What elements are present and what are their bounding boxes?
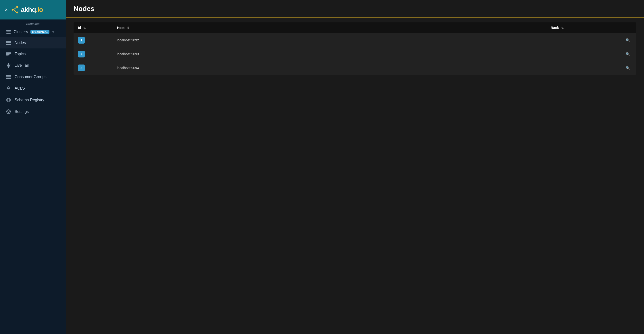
schema-registry-icon: [6, 98, 11, 102]
row-search-button[interactable]: 🔍: [624, 37, 632, 43]
sidebar-item-settings-label: Settings: [14, 110, 29, 114]
table-container: Id ⇅ Host ⇅ Rack ⇅ 1localhost:9092🔍: [66, 17, 644, 80]
col-header-rack[interactable]: Rack ⇅: [546, 22, 620, 33]
settings-icon: [6, 109, 11, 114]
logo: akhq.io: [11, 5, 43, 14]
close-button[interactable]: ×: [5, 7, 8, 12]
clusters-row[interactable]: Clusters my-cluster... ▾: [0, 26, 66, 37]
svg-rect-6: [6, 32, 11, 32]
svg-point-22: [8, 111, 9, 112]
consumer-groups-icon: [6, 75, 11, 79]
table-header: Id ⇅ Host ⇅ Rack ⇅: [74, 22, 636, 33]
node-id-badge: 3: [78, 64, 85, 71]
page-title: Nodes: [74, 5, 636, 17]
svg-rect-12: [6, 53, 11, 54]
svg-point-2: [16, 12, 18, 14]
topics-icon: [6, 52, 11, 56]
cell-action: 🔍: [620, 47, 636, 61]
acls-icon: [6, 86, 11, 91]
sidebar-item-consumer-groups[interactable]: Consumer Groups: [0, 71, 66, 82]
col-header-id[interactable]: Id ⇅: [74, 22, 112, 33]
cell-id: 2: [74, 47, 112, 61]
row-search-button[interactable]: 🔍: [624, 51, 632, 57]
sidebar-item-livetail-label: Live Tail: [14, 63, 29, 68]
cell-id: 1: [74, 33, 112, 47]
svg-rect-11: [6, 52, 11, 52]
cell-host: localhost:9093: [112, 47, 546, 61]
table-body: 1localhost:9092🔍2localhost:9093🔍3localho…: [74, 33, 636, 75]
sidebar: × akhq.io Snapshot Clusters my-cl: [0, 0, 66, 334]
livetail-icon: [6, 63, 11, 68]
sort-arrows-host: ⇅: [127, 26, 129, 30]
svg-rect-14: [6, 55, 8, 56]
svg-point-19: [8, 88, 9, 89]
cell-host: localhost:9094: [112, 61, 546, 75]
sidebar-item-topics[interactable]: Topics: [0, 48, 66, 60]
row-search-button[interactable]: 🔍: [624, 65, 632, 71]
svg-rect-9: [6, 42, 11, 43]
svg-rect-17: [6, 78, 11, 79]
sidebar-item-acls-label: ACLS: [14, 86, 25, 91]
svg-point-0: [12, 9, 14, 11]
cell-rack: [546, 47, 620, 61]
cell-action: 🔍: [620, 61, 636, 75]
svg-rect-13: [6, 54, 10, 55]
sidebar-header: × akhq.io: [0, 0, 66, 19]
svg-rect-16: [6, 76, 11, 77]
cell-host: localhost:9092: [112, 33, 546, 47]
cell-id: 3: [74, 61, 112, 75]
col-header-actions: [620, 22, 636, 33]
svg-line-3: [14, 7, 16, 10]
sidebar-item-schema-registry-label: Schema Registry: [14, 98, 44, 102]
nodes-icon: [6, 41, 11, 45]
logo-icon: [11, 5, 20, 14]
svg-line-4: [14, 10, 16, 12]
sort-arrows-id: ⇅: [83, 26, 86, 30]
chevron-down-icon: ▾: [52, 30, 54, 34]
svg-point-1: [16, 6, 18, 8]
svg-rect-8: [6, 41, 11, 42]
main-content: Nodes Id ⇅ Host ⇅ Rack ⇅: [66, 0, 644, 334]
sidebar-item-schema-registry[interactable]: Schema Registry: [0, 94, 66, 106]
sidebar-item-nodes-label: Nodes: [14, 41, 26, 45]
sidebar-item-livetail[interactable]: Live Tail: [0, 60, 66, 71]
svg-rect-5: [6, 30, 11, 31]
svg-rect-15: [6, 75, 11, 76]
node-id-badge: 1: [78, 37, 85, 43]
sidebar-item-acls[interactable]: ACLS: [0, 82, 66, 94]
col-header-host[interactable]: Host ⇅: [112, 22, 546, 33]
svg-rect-7: [6, 33, 11, 33]
clusters-icon: [6, 29, 11, 34]
cluster-badge: my-cluster...: [30, 30, 50, 34]
snapshot-label: Snapshot: [0, 19, 66, 26]
cell-rack: [546, 33, 620, 47]
cell-rack: [546, 61, 620, 75]
nodes-table: Id ⇅ Host ⇅ Rack ⇅ 1localhost:9092🔍: [74, 22, 636, 75]
sort-arrows-rack: ⇅: [561, 26, 564, 30]
table-row: 2localhost:9093🔍: [74, 47, 636, 61]
clusters-label: Clusters: [14, 30, 28, 34]
sidebar-item-consumer-groups-label: Consumer Groups: [14, 75, 46, 79]
node-id-badge: 2: [78, 51, 85, 57]
table-row: 1localhost:9092🔍: [74, 33, 636, 47]
svg-rect-10: [6, 44, 11, 45]
sidebar-item-nodes[interactable]: Nodes: [0, 37, 66, 48]
logo-text: akhq.io: [21, 6, 43, 14]
table-row: 3localhost:9094🔍: [74, 61, 636, 75]
cell-action: 🔍: [620, 33, 636, 47]
sidebar-item-topics-label: Topics: [14, 52, 26, 56]
main-header: Nodes: [66, 0, 644, 17]
sidebar-item-settings[interactable]: Settings: [0, 106, 66, 118]
